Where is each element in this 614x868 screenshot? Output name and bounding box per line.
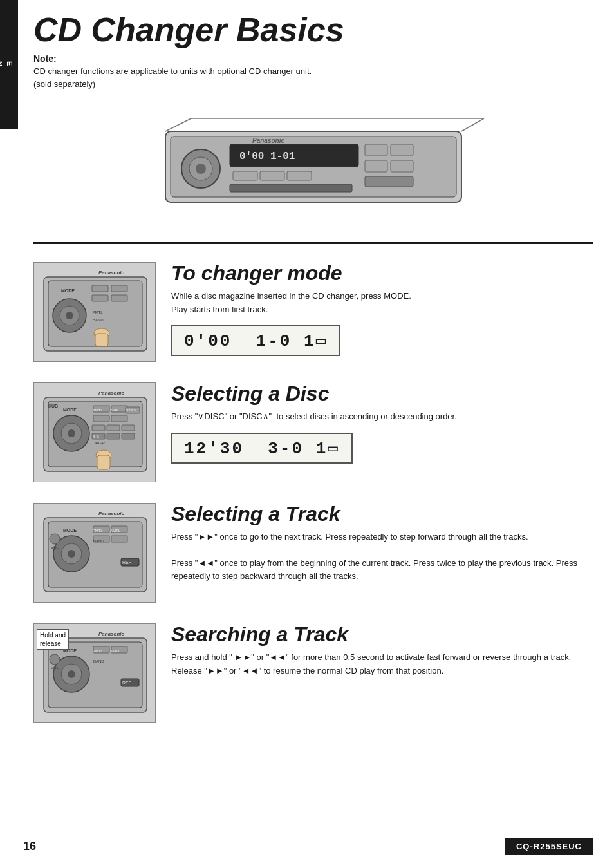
changer-mode-display: 0'00 1-0 1▭ <box>171 325 340 356</box>
svg-rect-28 <box>92 285 108 292</box>
svg-text:BAND: BAND <box>93 318 104 322</box>
svg-rect-12 <box>391 144 413 156</box>
section-content-disc: Selecting a Disc Press "∨DISC" or "DISC∧… <box>171 382 593 463</box>
selecting-disc-heading: Selecting a Disc <box>171 382 593 405</box>
svg-text:Panasonic: Panasonic <box>98 270 125 276</box>
section-image-track: Panasonic MODE FMTL AMTL REP BAND V <box>33 503 156 603</box>
section-changer-mode: Panasonic MODE FMTL BAND <box>33 262 593 362</box>
note-label: Note: <box>33 53 593 64</box>
svg-line-17 <box>165 118 191 131</box>
svg-text:AMTL: AMTL <box>110 529 121 533</box>
section-content-track: Selecting a Track Press "►►" once to go … <box>171 503 593 589</box>
svg-text:BAND: BAND <box>93 659 104 663</box>
svg-rect-13 <box>365 160 387 172</box>
svg-rect-61 <box>97 455 110 469</box>
page-number: 16 <box>23 840 36 853</box>
section-image-search: Hold andrelease Panasonic MODE FMTL AMTL… <box>33 623 156 723</box>
svg-text:REP: REP <box>122 560 132 565</box>
svg-text:Panasonic: Panasonic <box>252 137 284 144</box>
svg-rect-7 <box>233 171 257 180</box>
svg-text:3TPS: 3TPS <box>126 408 136 412</box>
selecting-disc-text: Press "∨DISC" or "DISC∧" to select discs… <box>171 410 593 423</box>
svg-rect-11 <box>365 144 387 156</box>
svg-rect-54 <box>107 425 120 431</box>
svg-rect-47 <box>93 415 109 422</box>
device-image-area: 0'00 1-01 Panasonic <box>33 100 593 229</box>
svg-text:BAND: BAND <box>93 539 104 543</box>
section-selecting-disc: Panasonic HUB MODE FMTL 2NR 3TPS <box>33 382 593 482</box>
note-text: CD changer functions are applicable to u… <box>33 65 593 90</box>
language-tab: E N G L I S H <box>0 0 18 129</box>
svg-rect-59 <box>122 433 135 439</box>
svg-rect-58 <box>107 433 120 439</box>
page-title: CD Changer Basics <box>33 12 593 48</box>
svg-text:FMTL: FMTL <box>93 649 103 653</box>
svg-rect-8 <box>260 171 284 180</box>
svg-text:0'00  1-01: 0'00 1-01 <box>239 151 295 162</box>
svg-text:HUB: HUB <box>48 404 58 408</box>
section-image-disc: Panasonic HUB MODE FMTL 2NR 3TPS <box>33 382 156 482</box>
selecting-disc-display: 12'30 3-0 1▭ <box>171 433 353 464</box>
svg-rect-16 <box>230 184 352 192</box>
main-content: CD Changer Basics Note: CD changer funct… <box>23 0 614 769</box>
hold-release-label: Hold andrelease <box>37 629 69 650</box>
lang-n: N <box>0 61 4 68</box>
svg-rect-9 <box>287 171 312 180</box>
svg-text:VOL: VOL <box>51 545 59 549</box>
svg-text:4REP: 4REP <box>95 441 105 445</box>
svg-text:AMTL: AMTL <box>110 649 121 653</box>
lang-e: E <box>5 61 14 67</box>
svg-point-80 <box>50 534 60 544</box>
section-content-changer-mode: To changer mode While a disc magazine in… <box>171 262 593 355</box>
svg-text:B-S: B-S <box>93 435 99 439</box>
svg-text:FMTL: FMTL <box>93 310 103 314</box>
svg-point-26 <box>66 312 73 319</box>
svg-rect-30 <box>92 295 108 301</box>
svg-rect-74 <box>111 536 127 542</box>
svg-rect-53 <box>92 425 105 431</box>
svg-point-4 <box>196 164 206 174</box>
svg-text:MODE: MODE <box>63 528 77 533</box>
main-device-sketch: 0'00 1-01 Panasonic <box>127 112 500 218</box>
svg-text:VOL: VOL <box>51 666 59 670</box>
section-selecting-track: Panasonic MODE FMTL AMTL REP BAND V <box>33 503 593 603</box>
selecting-track-heading: Selecting a Track <box>171 503 593 525</box>
svg-rect-29 <box>111 285 127 292</box>
selecting-track-text: Press "►►" once to go to the next track.… <box>171 531 593 583</box>
svg-point-69 <box>68 550 75 558</box>
svg-point-88 <box>68 670 75 678</box>
section-content-search: Searching a Track Press and hold " ►►" o… <box>171 623 593 683</box>
svg-text:Panasonic: Panasonic <box>98 390 125 396</box>
svg-text:MODE: MODE <box>63 408 77 412</box>
svg-text:REP: REP <box>122 681 132 685</box>
searching-track-text: Press and hold " ►►" or "◄◄" for more th… <box>171 651 593 677</box>
changer-mode-text: While a disc magazine inserted in the CD… <box>171 290 593 316</box>
svg-text:MODE: MODE <box>61 288 75 293</box>
svg-text:FMTL: FMTL <box>93 529 103 533</box>
svg-rect-31 <box>111 295 127 301</box>
changer-mode-heading: To changer mode <box>171 262 593 285</box>
svg-rect-35 <box>95 334 108 346</box>
svg-rect-48 <box>111 415 127 422</box>
page-footer: 16 CQ-R255SEUC <box>23 838 593 855</box>
svg-point-43 <box>68 429 75 437</box>
model-badge: CQ-R255SEUC <box>505 838 593 855</box>
section-searching-track: Hold andrelease Panasonic MODE FMTL AMTL… <box>33 623 593 723</box>
section-divider <box>33 242 593 244</box>
svg-text:Panasonic: Panasonic <box>98 511 125 516</box>
searching-track-heading: Searching a Track <box>171 623 593 646</box>
svg-line-18 <box>461 118 484 131</box>
section-image-changer-mode: Panasonic MODE FMTL BAND <box>33 262 156 362</box>
svg-rect-15 <box>365 176 413 187</box>
note-line-2: (sold separately) <box>33 79 95 89</box>
svg-text:Panasonic: Panasonic <box>98 631 125 637</box>
svg-text:2NR: 2NR <box>110 408 118 412</box>
note-line-1: CD changer functions are applicable to u… <box>33 66 312 76</box>
svg-point-97 <box>50 654 60 665</box>
svg-text:FMTL: FMTL <box>93 408 103 412</box>
svg-rect-55 <box>122 425 135 431</box>
svg-rect-14 <box>391 160 413 172</box>
